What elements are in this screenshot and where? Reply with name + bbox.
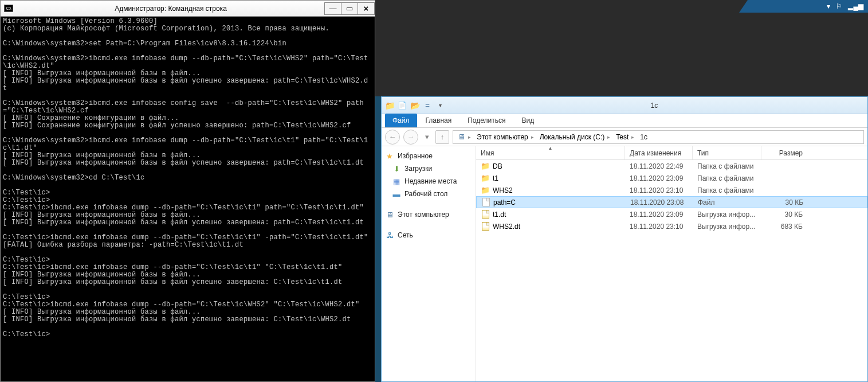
file-row[interactable]: 📁t118.11.2020 23:09Папка с файлами [476, 172, 867, 184]
file-row[interactable]: WHS2.dt18.11.2020 23:10Выгрузка инфор...… [476, 220, 867, 232]
cmd-window-controls: — ▭ × [325, 2, 375, 15]
file-date: 18.11.2020 23:09 [625, 211, 693, 219]
file-row[interactable]: 📁WHS218.11.2020 23:10Папка с файлами [476, 184, 867, 196]
file-row[interactable]: t1.dt18.11.2020 23:09Выгрузка инфор...30… [476, 208, 867, 220]
sort-up-icon: ▲ [548, 146, 553, 151]
open-folder-icon[interactable]: 📂 [410, 101, 419, 110]
up-button[interactable]: ↑ [435, 130, 449, 144]
file-list: Имя▲ Дата изменения Тип Размер 📁DB18.11.… [476, 146, 867, 381]
file-row[interactable]: 📁DB18.11.2020 22:49Папка с файлами [476, 160, 867, 172]
quick-access-toolbar: 📁 📄 📂 = ▾ [385, 101, 445, 110]
explorer-body: ★Избранное ⬇Загрузки ▦Недавние места ▬Ра… [382, 146, 867, 381]
folder-icon: 📁 [481, 186, 490, 195]
explorer-window-title: 1c [445, 102, 864, 110]
breadcrumb-item-test[interactable]: Test▸ [614, 133, 638, 141]
breadcrumb-root[interactable]: 🖥▸ [455, 132, 474, 141]
taskbar-tray[interactable]: ▾ ⚐ ▂▄▆ [739, 0, 868, 13]
download-icon: ⬇ [392, 164, 401, 173]
flag-icon[interactable]: ⚐ [836, 2, 842, 10]
tab-file[interactable]: Файл [385, 114, 417, 127]
cmd-window-title: Администратор: Командная строка [17, 5, 325, 13]
cmd-output[interactable]: Microsoft Windows [Version 6.3.9600] (c)… [1, 17, 375, 381]
file-name: DB [493, 162, 502, 170]
file-date: 18.11.2020 23:10 [625, 223, 693, 231]
sidebar-computer[interactable]: 🖥Этот компьютер [382, 208, 476, 221]
volume-icon[interactable]: ▂▄▆ [848, 2, 863, 10]
file-type: Выгрузка инфор... [693, 223, 761, 231]
file-date: 18.11.2020 23:09 [625, 174, 693, 182]
file-type: Папка с файлами [693, 186, 761, 194]
background-dark-panel: ▾ ⚐ ▂▄▆ [375, 0, 868, 96]
close-button[interactable]: × [358, 2, 375, 15]
computer-icon: 🖥 [385, 210, 394, 219]
file-name: t1 [493, 174, 498, 182]
dt-file-icon [481, 210, 490, 219]
qat-dropdown-icon[interactable]: ▾ [435, 101, 445, 110]
file-icon [481, 198, 490, 207]
history-dropdown-icon[interactable]: ▾ [422, 130, 432, 144]
file-type: Папка с файлами [693, 162, 761, 170]
column-type[interactable]: Тип [693, 146, 761, 159]
explorer-window: 📁 📄 📂 = ▾ 1c Файл Главная Поделиться Вид… [381, 96, 868, 382]
sidebar-item-recent[interactable]: ▦Недавние места [382, 175, 476, 188]
sidebar-item-desktop[interactable]: ▬Рабочий стол [382, 188, 476, 200]
back-button[interactable]: ← [385, 130, 400, 145]
sidebar-network[interactable]: 🖧Сеть [382, 229, 476, 241]
file-size: 30 КБ [761, 211, 807, 219]
recent-icon: ▦ [392, 177, 401, 186]
tab-view[interactable]: Вид [514, 114, 541, 127]
ribbon-tabs: Файл Главная Поделиться Вид [382, 114, 867, 128]
new-folder-icon[interactable]: 📄 [398, 101, 407, 110]
cmd-titlebar[interactable]: C:\ Администратор: Командная строка — ▭ … [1, 1, 375, 17]
computer-icon: 🖥 [458, 132, 465, 141]
file-name: t1.dt [493, 211, 506, 219]
file-name: path=C [493, 198, 516, 206]
breadcrumb-item-disk[interactable]: Локальный диск (C:)▸ [537, 133, 614, 141]
folder-icon: 📁 [481, 174, 490, 183]
chevron-down-icon[interactable]: ▾ [827, 2, 830, 10]
breadcrumb[interactable]: 🖥▸ Этот компьютер▸ Локальный диск (C:)▸ … [453, 130, 864, 144]
file-type: Папка с файлами [693, 174, 761, 182]
breadcrumb-item-computer[interactable]: Этот компьютер▸ [474, 133, 537, 141]
network-icon: 🖧 [385, 231, 394, 240]
equals-icon[interactable]: = [423, 101, 432, 110]
column-date[interactable]: Дата изменения [625, 146, 693, 159]
file-size: 683 КБ [761, 223, 807, 231]
file-type: Файл [693, 198, 762, 206]
file-date: 18.11.2020 23:10 [625, 186, 693, 194]
dt-file-icon [481, 222, 490, 231]
breadcrumb-item-1c[interactable]: 1c [638, 133, 650, 141]
explorer-titlebar[interactable]: 📁 📄 📂 = ▾ 1c [382, 97, 867, 114]
file-date: 18.11.2020 22:49 [625, 162, 693, 170]
cmd-window: C:\ Администратор: Командная строка — ▭ … [0, 0, 375, 382]
maximize-button[interactable]: ▭ [341, 2, 358, 15]
file-name: WHS2 [493, 186, 513, 194]
folder-icon[interactable]: 📁 [385, 101, 394, 110]
file-row[interactable]: path=C18.11.2020 23:08Файл30 КБ [476, 196, 867, 208]
sidebar-favorites[interactable]: ★Избранное [382, 150, 476, 162]
file-type: Выгрузка инфор... [693, 211, 761, 219]
sidebar-item-downloads[interactable]: ⬇Загрузки [382, 162, 476, 175]
file-name: WHS2.dt [493, 223, 520, 231]
file-list-header: Имя▲ Дата изменения Тип Размер [476, 146, 867, 160]
tab-home[interactable]: Главная [418, 114, 459, 127]
column-name[interactable]: Имя▲ [476, 146, 625, 159]
tab-share[interactable]: Поделиться [460, 114, 513, 127]
forward-button[interactable]: → [403, 130, 418, 145]
cmd-app-icon: C:\ [4, 5, 13, 12]
folder-icon: 📁 [481, 162, 490, 171]
minimize-button[interactable]: — [324, 2, 341, 15]
desktop-icon: ▬ [392, 189, 401, 198]
file-size: 30 КБ [762, 198, 808, 206]
navigation-sidebar: ★Избранное ⬇Загрузки ▦Недавние места ▬Ра… [382, 146, 476, 381]
star-icon: ★ [385, 151, 394, 161]
column-size[interactable]: Размер [761, 146, 807, 159]
address-bar-row: ← → ▾ ↑ 🖥▸ Этот компьютер▸ Локальный дис… [382, 128, 867, 146]
file-date: 18.11.2020 23:08 [626, 198, 693, 206]
